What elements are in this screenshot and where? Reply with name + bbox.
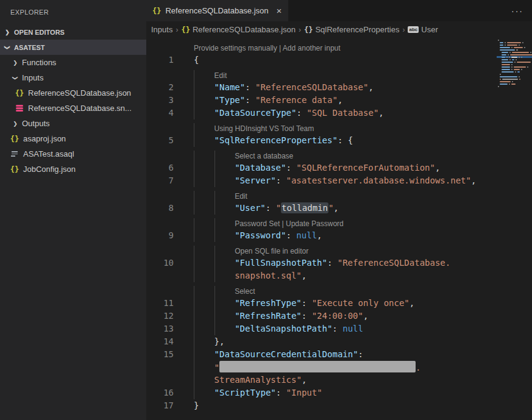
section-label: ASATEST bbox=[14, 44, 45, 51]
line-number bbox=[146, 246, 194, 257]
tree-item-asaproj-json[interactable]: {}asaproj.json bbox=[0, 131, 146, 146]
indent-guide-icon bbox=[215, 162, 215, 174]
code-token: : bbox=[286, 230, 296, 240]
minimap-token bbox=[527, 66, 528, 68]
line-number: 9 bbox=[146, 229, 194, 242]
minimap-token bbox=[500, 79, 501, 80]
minimap-token bbox=[502, 52, 508, 53]
indent-guide-icon bbox=[194, 94, 194, 107]
tree-item-asatest-asaql[interactable]: ASATest.asaql bbox=[0, 146, 146, 162]
code-editor[interactable]: Provide settings manually | Add another … bbox=[146, 38, 532, 420]
codelens-link[interactable]: Provide settings manually | Add another … bbox=[194, 44, 341, 52]
code-token: " bbox=[276, 203, 281, 213]
minimap-line bbox=[497, 54, 532, 55]
highlighted-word: tolladmin bbox=[281, 202, 328, 213]
line-number: 12 bbox=[146, 310, 194, 322]
tree-item-outputs[interactable]: ❯Outputs bbox=[0, 116, 146, 131]
codelens-link[interactable]: Select a database bbox=[235, 152, 293, 160]
minimap-token bbox=[507, 42, 521, 43]
breadcrumb-item-inputs[interactable]: Inputs bbox=[151, 25, 172, 34]
line-number: 3 bbox=[146, 94, 194, 107]
object-braces-icon: {} bbox=[304, 26, 313, 34]
indent-guide-icon bbox=[194, 361, 194, 374]
codelens-link[interactable]: Select bbox=[235, 287, 255, 296]
line-number bbox=[146, 286, 194, 297]
tree-item-label: Inputs bbox=[22, 73, 43, 82]
code-token: "Server" bbox=[235, 176, 275, 185]
indent-guide-icon bbox=[194, 218, 194, 229]
section-header-asatest[interactable]: ❯ASATEST bbox=[0, 40, 146, 55]
close-icon[interactable]: × bbox=[277, 6, 282, 15]
minimap-token bbox=[521, 69, 522, 70]
codelens-link[interactable]: Edit bbox=[235, 192, 247, 201]
minimap-token bbox=[512, 81, 513, 82]
code-row: StreamAnalystics", bbox=[146, 374, 532, 386]
indent-guide-icon bbox=[215, 191, 215, 202]
code-token: : bbox=[296, 108, 307, 118]
code-row: 15"DataSourceCredentialDomain": bbox=[146, 348, 532, 361]
line-number bbox=[146, 374, 194, 386]
code-text: "User": "tolladmin", bbox=[194, 202, 532, 215]
tree-item-referencesqldatabase-json[interactable]: {}ReferenceSQLDatabase.json bbox=[0, 85, 146, 101]
codelens-link[interactable]: Password Set | Update Password bbox=[235, 219, 344, 228]
tree-item-functions[interactable]: ❯Functions bbox=[0, 55, 146, 70]
string-abc-icon: abc bbox=[408, 26, 419, 33]
tab-referencesqldatabase-json[interactable]: {} ReferenceSQLDatabase.json × bbox=[146, 0, 288, 21]
minimap-line bbox=[497, 61, 532, 63]
indent-guide-icon bbox=[194, 310, 194, 322]
more-actions-icon[interactable]: ··· bbox=[511, 6, 523, 16]
minimap-token bbox=[500, 44, 503, 46]
breadcrumb-item-user[interactable]: abcUser bbox=[408, 25, 438, 34]
indent-guide-icon bbox=[194, 81, 194, 94]
minimap-token bbox=[500, 42, 503, 43]
breadcrumb-label: SqlReferenceProperties bbox=[315, 25, 399, 34]
chevron-right-icon: ❯ bbox=[12, 121, 18, 127]
minimap-token bbox=[509, 57, 510, 58]
minimap-line bbox=[497, 68, 532, 70]
line-number: 8 bbox=[146, 202, 194, 215]
minimap[interactable] bbox=[497, 39, 532, 106]
breadcrumb: Inputs›{}ReferenceSQLDatabase.json›{}Sql… bbox=[146, 21, 532, 38]
codelens-link[interactable]: Using HDInsight VS Tool Team bbox=[215, 124, 314, 133]
minimap-line bbox=[497, 49, 532, 51]
tree-item-referencesqldatabase-sn-[interactable]: ReferenceSQLDatabase.sn... bbox=[0, 101, 146, 116]
code-token: "SQLReferenceForAutomation" bbox=[296, 163, 435, 173]
minimap-line bbox=[497, 83, 532, 85]
line-number: 1 bbox=[146, 54, 194, 66]
json-braces-icon: {} bbox=[181, 26, 190, 34]
code-token: , bbox=[333, 203, 338, 213]
code-token: : bbox=[276, 176, 286, 185]
breadcrumb-label: User bbox=[421, 25, 438, 34]
minimap-line bbox=[497, 56, 532, 58]
codelens-link[interactable]: Edit bbox=[215, 71, 227, 80]
tree-item-inputs[interactable]: ❯Inputs bbox=[0, 70, 146, 85]
code-token: : bbox=[302, 298, 312, 308]
minimap-token bbox=[524, 47, 525, 48]
minimap-line bbox=[497, 59, 532, 60]
code-token: } bbox=[194, 400, 199, 410]
code-token: "Execute only once" bbox=[312, 298, 410, 308]
section-label: OPEN EDITORS bbox=[14, 29, 65, 36]
line-number: 15 bbox=[146, 348, 194, 361]
code-text: "Database": "SQLReferenceForAutomation", bbox=[194, 162, 532, 174]
indent-guide-icon bbox=[215, 257, 215, 269]
code-token: "DeltaSnapshotPath" bbox=[235, 324, 332, 333]
code-text: "Password": null, bbox=[194, 229, 532, 242]
code-row: 7"Server": "asatestserver.database.windo… bbox=[146, 174, 532, 187]
indent-guide-icon bbox=[215, 174, 215, 187]
tree-item-label: Functions bbox=[22, 58, 56, 67]
section-header-open-editors[interactable]: ❯OPEN EDITORS bbox=[0, 24, 146, 40]
chevron-down-icon: ❯ bbox=[4, 44, 10, 51]
breadcrumb-item-sqlreferenceproperties[interactable]: {}SqlReferenceProperties bbox=[304, 25, 399, 34]
codelens-link[interactable]: Open SQL file in editor bbox=[235, 247, 308, 255]
minimap-line bbox=[497, 41, 532, 43]
tree-item-jobconfig-json[interactable]: {}JobConfig.json bbox=[0, 162, 146, 177]
codelens-row: Password Set | Update Password bbox=[146, 215, 532, 229]
tree-item-label: ASATest.asaql bbox=[23, 149, 74, 158]
minimap-line bbox=[497, 44, 532, 46]
code-row: snapshot.sql", bbox=[146, 269, 532, 282]
code-token: null bbox=[296, 230, 317, 240]
chevron-right-icon: ❯ bbox=[12, 60, 18, 66]
line-number: 2 bbox=[146, 81, 194, 94]
breadcrumb-item-referencesqldatabase-json[interactable]: {}ReferenceSQLDatabase.json bbox=[181, 25, 296, 34]
